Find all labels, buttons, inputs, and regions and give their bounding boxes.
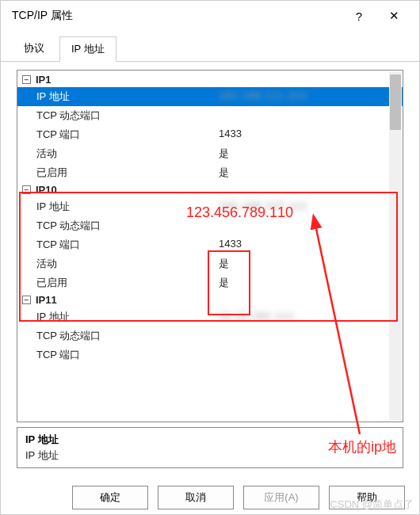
group-ip11[interactable]: − IP11 (17, 292, 403, 307)
row-ip1-ip-address[interactable]: IP 地址 192.168.111.222 (17, 87, 403, 106)
prop-value[interactable] (219, 329, 403, 343)
prop-value[interactable] (219, 348, 403, 362)
row-ip1-tcp-port[interactable]: TCP 端口 1433 (17, 125, 403, 144)
row-ip1-enabled[interactable]: 已启用 是 (17, 163, 403, 182)
prop-value[interactable]: 是 (219, 166, 403, 180)
prop-value[interactable] (219, 109, 403, 123)
row-ip1-active[interactable]: 活动 是 (17, 144, 403, 163)
group-label: IP10 (36, 184, 57, 196)
prop-value[interactable]: 1433 (219, 128, 403, 142)
prop-label: TCP 动态端口 (36, 329, 219, 343)
tab-ip-addresses[interactable]: IP 地址 (59, 36, 116, 62)
prop-value[interactable]: 10.10.192.111 (219, 310, 403, 324)
watermark: CSDN @简单点了 (330, 498, 414, 512)
description-heading: IP 地址 (25, 433, 395, 447)
row-ip10-tcp-dyn-port[interactable]: TCP 动态端口 (17, 216, 403, 235)
prop-label: IP 地址 (36, 90, 219, 104)
row-ip10-tcp-port[interactable]: TCP 端口 1433 (17, 235, 403, 254)
collapse-icon[interactable]: − (22, 75, 31, 84)
prop-label: 活动 (36, 147, 219, 161)
row-ip11-tcp-port[interactable]: TCP 端口 (17, 345, 403, 364)
prop-label: IP 地址 (36, 310, 219, 324)
prop-label: IP 地址 (36, 200, 219, 214)
row-ip10-active[interactable]: 活动 是 (17, 254, 403, 273)
tab-bar: 协议 IP 地址 (1, 31, 419, 62)
tab-protocol[interactable]: 协议 (12, 36, 56, 61)
row-ip10-enabled[interactable]: 已启用 是 (17, 273, 403, 292)
prop-value[interactable] (219, 219, 403, 233)
prop-value[interactable]: 是 (219, 276, 403, 290)
property-grid: − IP1 IP 地址 192.168.111.222 TCP 动态端口 TCP… (17, 70, 403, 422)
prop-value[interactable]: 是 (219, 147, 403, 161)
dialog-window: TCP/IP 属性 ? ✕ 协议 IP 地址 − IP1 IP 地址 192.1… (0, 0, 420, 515)
prop-label: TCP 端口 (36, 128, 219, 142)
description-panel: IP 地址 IP 地址 (17, 427, 403, 468)
dialog-title: TCP/IP 属性 (12, 9, 342, 23)
cancel-button[interactable]: 取消 (158, 486, 234, 509)
scroll-thumb[interactable] (390, 74, 401, 130)
prop-value[interactable]: 192.168.111.222 (219, 90, 403, 104)
prop-value[interactable]: 是 (219, 257, 403, 271)
row-ip1-tcp-dyn-port[interactable]: TCP 动态端口 (17, 106, 403, 125)
apply-button[interactable]: 应用(A) (243, 486, 319, 509)
group-label: IP11 (36, 294, 57, 306)
prop-label: TCP 动态端口 (36, 219, 219, 233)
ok-button[interactable]: 确定 (72, 486, 148, 509)
prop-label: 已启用 (36, 166, 219, 180)
row-ip10-ip-address[interactable]: IP 地址 192.168.222.111 (17, 197, 403, 216)
collapse-icon[interactable]: − (22, 185, 31, 194)
help-button[interactable]: ? (342, 4, 376, 28)
group-label: IP1 (36, 74, 52, 86)
prop-value[interactable]: 192.168.222.111 (219, 200, 403, 214)
vertical-scrollbar[interactable] (389, 71, 402, 421)
content-area: − IP1 IP 地址 192.168.111.222 TCP 动态端口 TCP… (1, 62, 419, 476)
prop-label: TCP 端口 (36, 238, 219, 252)
close-button[interactable]: ✕ (376, 4, 411, 28)
group-ip1[interactable]: − IP1 (17, 72, 403, 87)
prop-value[interactable]: 1433 (219, 238, 403, 252)
collapse-icon[interactable]: − (22, 296, 31, 304)
prop-label: TCP 端口 (36, 348, 219, 362)
group-ip10[interactable]: − IP10 (17, 182, 403, 197)
row-ip11-ip-address[interactable]: IP 地址 10.10.192.111 (17, 307, 403, 326)
prop-label: 已启用 (36, 276, 219, 290)
row-ip11-tcp-dyn-port[interactable]: TCP 动态端口 (17, 326, 403, 345)
prop-label: TCP 动态端口 (36, 109, 219, 123)
description-text: IP 地址 (25, 447, 395, 463)
titlebar: TCP/IP 属性 ? ✕ (1, 1, 419, 31)
prop-label: 活动 (36, 257, 219, 271)
